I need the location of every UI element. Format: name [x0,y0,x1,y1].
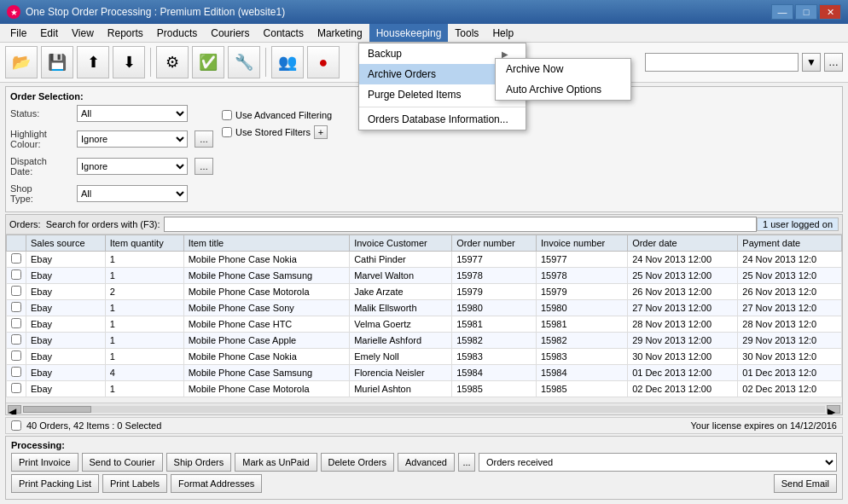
archive-orders-label: Archive Orders [368,68,436,80]
purge-label: Purge Deleted Items [368,89,461,101]
archive-now-item[interactable]: Archive Now [496,59,630,79]
auto-archive-label: Auto Archive Options [506,84,601,96]
auto-archive-item[interactable]: Auto Archive Options [496,79,630,100]
backup-arrow: ▶ [502,49,508,59]
archive-now-label: Archive Now [506,63,563,75]
menu-separator [359,107,526,107]
archive-submenu[interactable]: Archive Now Auto Archive Options [495,58,631,101]
backup-label: Backup [368,48,402,60]
db-info-label: Orders Database Information... [368,113,508,125]
dropdown-overlay[interactable]: Backup ▶ Archive Orders ▶ Purge Deleted … [0,0,848,504]
menu-db-info[interactable]: Orders Database Information... [359,109,526,130]
